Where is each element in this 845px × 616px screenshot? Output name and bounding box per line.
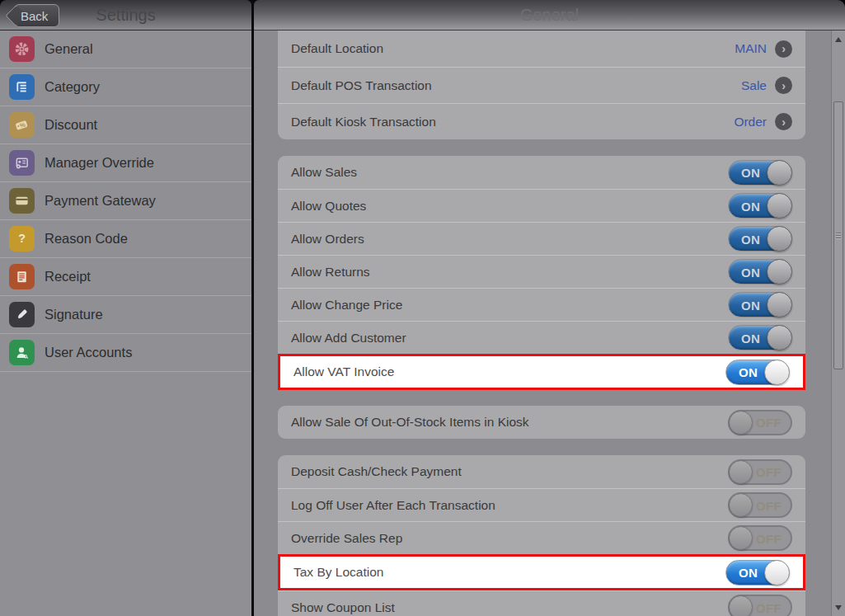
toggle-override-sales-rep[interactable]: OFF [728,525,792,551]
toggle-knob [767,160,792,186]
sidebar-item-user-accounts[interactable]: User Accounts [0,334,251,372]
sidebar-item-label: General [45,41,93,57]
toggle-state-label: ON [741,265,760,279]
row-label: Allow VAT Invoice [293,364,725,379]
toggle-show-coupon-list[interactable]: OFF [728,595,792,616]
row-log-off-after-transaction: Log Off User After Each Transaction OFF [278,488,805,521]
toggle-allow-quotes[interactable]: ON [728,193,792,219]
scroll-up-button[interactable] [832,32,845,46]
toggle-knob [764,360,790,385]
scroll-down-button[interactable] [832,600,845,614]
sidebar-item-receipt[interactable]: Receipt [0,258,251,296]
row-allow-change-price: Allow Change Price ON [278,288,805,321]
row-allow-quotes: Allow Quotes ON [278,189,805,222]
toggle-knob [767,259,792,284]
toggle-state-label: OFF [756,600,782,614]
sidebar-item-label: Category [45,79,100,95]
toggle-knob [729,595,753,616]
row-allow-out-of-stock-kiosk: Allow Sale Of Out-Of-Stock Items in Kios… [278,406,805,439]
toggle-knob [767,292,792,317]
toggle-allow-out-of-stock-kiosk[interactable]: OFF [728,410,792,435]
row-default-location[interactable]: Default Location MAIN › [278,31,805,67]
row-label: Allow Sale Of Out-Of-Stock Items in Kios… [291,415,728,430]
back-button[interactable]: Back [14,4,59,27]
row-label: Allow Sales [291,165,728,180]
row-value: MAIN [735,41,767,56]
toggle-state-label: OFF [756,465,782,479]
sidebar-item-label: Reason Code [45,231,128,247]
toggle-state-label: OFF [756,416,782,430]
row-default-pos-transaction[interactable]: Default POS Transaction Sale › [278,67,805,103]
question-mark-icon: ? [9,226,35,252]
toggle-allow-add-customer[interactable]: ON [728,325,792,350]
toggle-knob [729,411,753,435]
row-allow-orders: Allow Orders ON [278,222,805,255]
row-label: Deposit Cash/Check Payment [291,464,728,479]
toggle-state-label: ON [739,566,758,580]
toggle-knob [729,493,753,517]
toggle-state-label: ON [741,298,760,312]
toggle-state-label: ON [741,199,760,213]
settings-titlebar: Settings Back [0,0,251,31]
toggle-allow-orders[interactable]: ON [728,226,792,252]
sidebar-item-general[interactable]: General [0,31,251,68]
sidebar-item-label: Receipt [45,269,91,284]
row-allow-returns: Allow Returns ON [278,255,805,288]
toggle-allow-change-price[interactable]: ON [728,292,792,317]
toggle-deposit-cash-check[interactable]: OFF [728,459,792,485]
row-show-coupon-list: Show Coupon List OFF [278,590,805,616]
row-deposit-cash-check: Deposit Cash/Check Payment OFF [278,455,805,488]
settings-screen: Settings Back General General Category %… [0,0,845,616]
svg-text:?: ? [18,232,26,245]
scrollbar-thumb[interactable] [833,101,843,369]
toggle-allow-vat-invoice[interactable]: ON [725,360,790,385]
sidebar-item-reason-code[interactable]: ? Reason Code [0,220,251,258]
row-value: Order [734,115,767,129]
row-tax-by-location-highlighted: Tax By Location ON [278,554,805,590]
arrow-up-icon [835,37,842,42]
sidebar-item-manager-override[interactable]: Manager Override [0,144,251,182]
arrow-down-icon [835,605,842,610]
page-title: General [254,0,845,31]
back-button-label: Back [21,9,48,23]
discount-tag-icon: % [9,112,35,138]
row-label: Tax By Location [293,565,725,580]
toggle-allow-returns[interactable]: ON [728,259,792,284]
row-label: Allow Orders [291,232,728,247]
row-override-sales-rep: Override Sales Rep OFF [278,521,805,554]
toggle-knob [764,560,790,585]
sidebar-item-discount[interactable]: % Discount [0,106,251,144]
misc-toggles-group: Deposit Cash/Check Payment OFF Log Off U… [278,455,805,616]
chevron-right-icon: › [775,113,792,130]
toggle-knob [729,460,753,484]
sidebar-item-signature[interactable]: Signature [0,296,251,334]
sidebar-item-label: Signature [45,307,103,322]
scrollbar-grip [836,232,841,240]
toggle-log-off-after-transaction[interactable]: OFF [728,492,792,518]
row-label: Default POS Transaction [291,78,741,93]
gear-icon [9,36,35,62]
toggle-allow-sales[interactable]: ON [728,160,792,186]
general-settings-panel: Default Location MAIN › Default POS Tran… [254,31,831,616]
receipt-icon [9,264,35,289]
defaults-group: Default Location MAIN › Default POS Tran… [278,31,805,139]
sidebar-item-label: User Accounts [45,345,132,360]
allow-toggles-group: Allow Sales ON Allow Quotes ON Allow Ord… [278,156,805,390]
general-titlebar: General [254,0,845,31]
sidebar-item-category[interactable]: Category [0,68,251,106]
row-allow-sales: Allow Sales ON [278,156,805,189]
toggle-state-label: ON [741,166,760,180]
toggle-state-label: ON [739,365,758,379]
settings-sidebar: General Category % Discount Manager Over… [0,31,251,616]
toggle-state-label: ON [741,331,760,345]
toggle-tax-by-location[interactable]: ON [725,560,790,585]
row-allow-vat-invoice-highlighted: Allow VAT Invoice ON [278,354,805,390]
row-allow-add-customer: Allow Add Customer ON [278,321,805,354]
manager-override-icon [9,150,35,176]
vertical-scrollbar[interactable] [831,31,845,616]
row-default-kiosk-transaction[interactable]: Default Kiosk Transaction Order › [278,103,805,139]
sidebar-item-payment-gateway[interactable]: Payment Gateway [0,182,251,220]
row-label: Allow Returns [291,265,728,280]
toggle-state-label: OFF [756,531,782,545]
sidebar-item-label: Manager Override [45,155,154,171]
